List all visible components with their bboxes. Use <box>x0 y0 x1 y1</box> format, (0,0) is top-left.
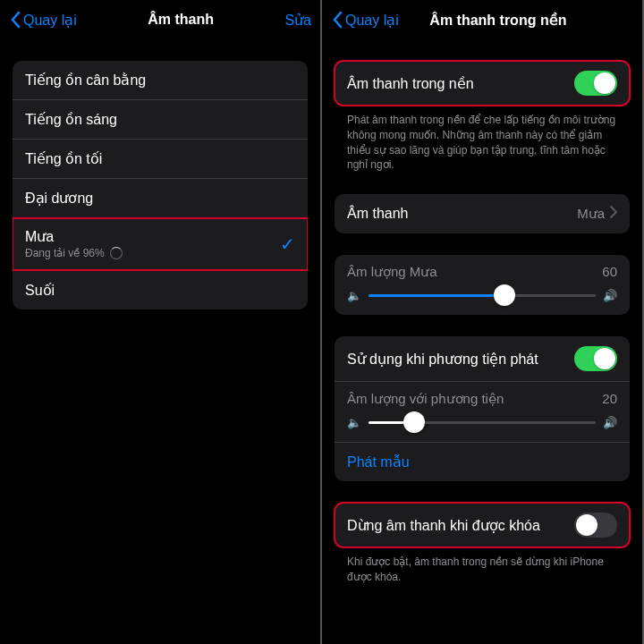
background-sound-desc: Phát âm thanh trong nền để che lấp tiếng… <box>335 106 630 173</box>
page-title: Âm thanh trong nền <box>399 12 597 29</box>
sound-label: Tiếng ồn tối <box>25 150 295 167</box>
stop-when-locked-group: Dừng âm thanh khi được khóa <box>335 503 630 547</box>
page-title: Âm thanh <box>77 12 285 28</box>
row-value: Mưa <box>577 206 605 222</box>
sound-select-group: Âm thanh Mưa <box>335 194 630 233</box>
toggle-label: Dừng âm thanh khi được khóa <box>347 517 574 534</box>
sound-label: Đại dương <box>25 190 295 207</box>
back-button[interactable]: Quay lại <box>331 11 399 29</box>
back-label: Quay lại <box>23 12 77 29</box>
back-button[interactable]: Quay lại <box>9 11 77 29</box>
sound-select-row[interactable]: Âm thanh Mưa <box>335 194 630 233</box>
stop-when-locked-desc: Khi được bật, âm thanh trong nền sẽ dừng… <box>335 547 630 585</box>
sound-row[interactable]: Tiếng ồn sáng <box>13 100 308 140</box>
sound-list-pane: Quay lại Âm thanh Sửa Tiếng ồn cân bằngT… <box>0 0 322 644</box>
background-sound-toggle-group: Âm thanh trong nền <box>335 61 630 106</box>
speaker-low-icon: 🔈 <box>347 289 361 302</box>
media-volume-row: Âm lượng với phương tiện 20 🔈 🔊 <box>335 382 630 443</box>
row-label: Âm thanh <box>347 206 577 222</box>
sound-row[interactable]: Suối <box>13 270 308 309</box>
spinner-icon <box>110 247 123 259</box>
sound-row[interactable]: MưaĐang tải về 96%✓ <box>13 218 308 270</box>
checkmark-icon: ✓ <box>280 233 295 255</box>
background-sound-pane: Quay lại Âm thanh trong nền Âm thanh tro… <box>322 0 644 644</box>
volume-label: Âm lượng Mưa <box>347 264 437 280</box>
speaker-high-icon: 🔊 <box>603 416 617 429</box>
use-with-media-row[interactable]: Sử dụng khi phương tiện phát <box>335 336 630 382</box>
volume-row: Âm lượng Mưa 60 🔈 🔊 <box>335 255 630 315</box>
media-volume-label: Âm lượng với phương tiện <box>347 391 504 407</box>
chevron-left-icon <box>331 11 343 29</box>
sound-row[interactable]: Tiếng ồn cân bằng <box>13 61 308 100</box>
volume-group: Âm lượng Mưa 60 🔈 🔊 <box>335 255 630 315</box>
background-sound-row[interactable]: Âm thanh trong nền <box>335 61 630 106</box>
nav-bar: Quay lại Âm thanh trong nền <box>322 0 642 39</box>
play-sample-button[interactable]: Phát mẫu <box>335 443 630 481</box>
speaker-low-icon: 🔈 <box>347 416 361 429</box>
sound-label: Mưa <box>25 228 280 245</box>
volume-slider[interactable]: 🔈 🔊 <box>347 289 617 302</box>
nav-bar: Quay lại Âm thanh Sửa <box>0 0 320 39</box>
use-with-media-toggle[interactable] <box>574 346 617 371</box>
edit-button[interactable]: Sửa <box>284 12 311 29</box>
sound-label: Suối <box>25 282 295 299</box>
media-volume-slider[interactable]: 🔈 🔊 <box>347 416 617 429</box>
toggle-label: Sử dụng khi phương tiện phát <box>347 351 574 368</box>
stop-when-locked-toggle[interactable] <box>574 513 617 538</box>
stop-when-locked-row[interactable]: Dừng âm thanh khi được khóa <box>335 503 630 547</box>
sound-list: Tiếng ồn cân bằngTiếng ồn sángTiếng ồn t… <box>13 61 308 309</box>
back-label: Quay lại <box>345 12 399 29</box>
volume-value: 60 <box>602 264 617 280</box>
toggle-label: Âm thanh trong nền <box>347 75 574 92</box>
chevron-left-icon <box>9 11 21 29</box>
sound-label: Tiếng ồn cân bằng <box>25 72 295 89</box>
sound-row[interactable]: Tiếng ồn tối <box>13 140 308 179</box>
chevron-right-icon <box>610 206 617 222</box>
sound-row[interactable]: Đại dương <box>13 179 308 218</box>
background-sound-toggle[interactable] <box>574 71 617 96</box>
media-volume-value: 20 <box>602 391 617 407</box>
sound-label: Tiếng ồn sáng <box>25 111 295 128</box>
download-status: Đang tải về 96% <box>25 247 280 259</box>
media-group: Sử dụng khi phương tiện phát Âm lượng vớ… <box>335 336 630 481</box>
speaker-high-icon: 🔊 <box>603 289 617 302</box>
